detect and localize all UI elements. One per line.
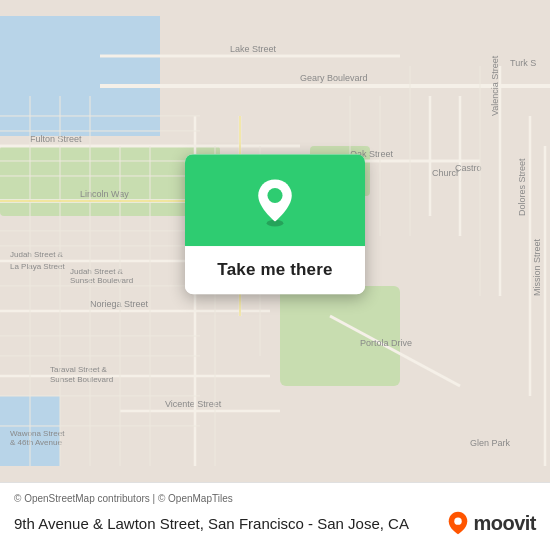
svg-text:Geary Boulevard: Geary Boulevard [300,73,368,83]
svg-text:Portola Drive: Portola Drive [360,338,412,348]
svg-point-74 [455,517,462,524]
take-me-there-button[interactable]: Take me there [185,246,365,294]
svg-text:Judah Street &: Judah Street & [70,267,124,276]
svg-text:Judah Street &: Judah Street & [10,250,64,259]
svg-text:& 46th Avenue: & 46th Avenue [10,438,62,447]
svg-text:Sunset Boulevard: Sunset Boulevard [70,276,133,285]
svg-text:Sunset Boulevard: Sunset Boulevard [50,375,113,384]
svg-text:Fulton Street: Fulton Street [30,134,82,144]
bottom-bar: © OpenStreetMap contributors | © OpenMap… [0,482,550,550]
svg-text:Valencia Street: Valencia Street [490,55,500,116]
svg-text:Turk S: Turk S [510,58,536,68]
popup-card: Take me there [185,154,365,294]
map-attribution: © OpenStreetMap contributors | © OpenMap… [14,493,536,504]
svg-text:Glen Park: Glen Park [470,438,511,448]
location-pin-icon [249,176,301,228]
location-address: 9th Avenue & Lawton Street, San Francisc… [14,515,447,532]
svg-rect-1 [0,16,160,136]
svg-rect-4 [280,286,400,386]
svg-point-73 [267,188,282,203]
map-container: Lake Street Geary Boulevard Fulton Stree… [0,0,550,482]
svg-text:Vicente Street: Vicente Street [165,399,222,409]
svg-text:Taraval Street &: Taraval Street & [50,365,108,374]
popup-icon-area [185,154,365,246]
svg-text:Mission Street: Mission Street [532,238,542,296]
svg-text:Lake Street: Lake Street [230,44,277,54]
moovit-pin-icon [447,510,469,536]
app: Lake Street Geary Boulevard Fulton Stree… [0,0,550,550]
moovit-logo: moovit [447,510,536,536]
svg-text:Lincoln Way: Lincoln Way [80,189,129,199]
svg-text:Wawona Street: Wawona Street [10,429,65,438]
svg-text:Dolores Street: Dolores Street [517,158,527,216]
location-row: 9th Avenue & Lawton Street, San Francisc… [14,510,536,536]
svg-text:Noriega Street: Noriega Street [90,299,149,309]
svg-text:Castro: Castro [455,163,482,173]
svg-text:La Playa Street: La Playa Street [10,262,65,271]
moovit-wordmark: moovit [473,512,536,535]
